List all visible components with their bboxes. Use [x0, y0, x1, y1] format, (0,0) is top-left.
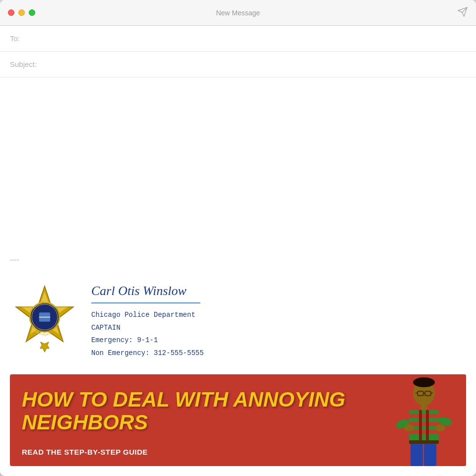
subject-field-row: Subject:	[0, 52, 476, 77]
send-icon	[457, 6, 468, 17]
window-title: New Message	[216, 9, 260, 17]
badge-container: POLICE OFFICER CHICAGO POLICE	[10, 284, 79, 358]
svg-rect-19	[421, 404, 427, 410]
svg-point-28	[435, 424, 445, 431]
traffic-lights	[8, 9, 35, 16]
banner[interactable]: How to Deal with Annoying Neighbors Read…	[10, 374, 466, 466]
send-button[interactable]	[457, 6, 468, 19]
svg-rect-23	[409, 430, 439, 434]
subject-label: Subject:	[10, 60, 40, 68]
person-illustration	[382, 374, 461, 466]
to-input[interactable]	[44, 34, 466, 43]
svg-marker-10	[40, 342, 50, 352]
email-window: New Message To: Subject: ----	[0, 0, 476, 476]
close-button[interactable]	[8, 9, 14, 16]
svg-line-17	[431, 393, 433, 393]
minimize-button[interactable]	[18, 9, 25, 16]
separator: ----	[10, 256, 19, 264]
contact-department: Chicago Police Department	[91, 309, 204, 321]
contact-underline-divider	[91, 302, 200, 303]
banner-headline: How to Deal with Annoying Neighbors	[22, 388, 365, 434]
banner-content: How to Deal with Annoying Neighbors Read…	[10, 374, 377, 466]
contact-emergency: Emergency: 9-1-1	[91, 335, 204, 347]
signature-block: POLICE OFFICER CHICAGO POLICE Carl Otis …	[0, 274, 476, 369]
contact-non-emergency: Non Emergency: 312-555-5555	[91, 348, 204, 359]
svg-rect-25	[426, 410, 429, 442]
svg-point-29	[404, 424, 414, 431]
banner-subtext: Read the Step-by-Step Guide	[22, 448, 365, 456]
svg-rect-22	[409, 422, 439, 426]
banner-image	[377, 374, 466, 466]
svg-rect-32	[409, 440, 439, 444]
svg-rect-31	[424, 441, 436, 466]
contact-info: Carl Otis Winslow Chicago Police Departm…	[91, 284, 204, 359]
svg-line-16	[416, 393, 417, 393]
svg-rect-30	[411, 441, 423, 466]
contact-name: Carl Otis Winslow	[91, 284, 204, 298]
svg-rect-21	[409, 414, 439, 418]
email-body[interactable]: ----	[0, 77, 476, 274]
maximize-button[interactable]	[29, 9, 35, 16]
to-field-row: To:	[0, 26, 476, 52]
svg-point-18	[413, 377, 435, 387]
police-badge: POLICE OFFICER CHICAGO POLICE	[12, 284, 77, 358]
contact-rank: CAPTAIN	[91, 322, 204, 334]
title-bar: New Message	[0, 0, 476, 26]
to-label: To:	[10, 34, 40, 43]
svg-rect-24	[419, 410, 422, 442]
subject-input[interactable]	[44, 60, 466, 68]
